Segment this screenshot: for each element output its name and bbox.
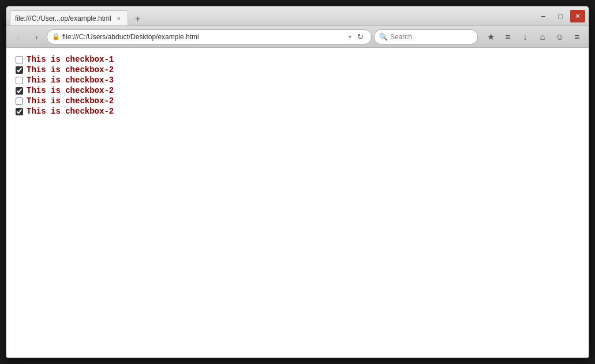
reader-mode-button[interactable]: ≡ — [500, 29, 516, 45]
checkbox-input-6[interactable] — [16, 108, 23, 115]
tab-label: file:///C:/User...op/example.html — [15, 14, 111, 22]
checkbox-input-3[interactable] — [16, 77, 23, 84]
checkbox-input-4[interactable] — [16, 87, 23, 95]
back-button[interactable]: ‹ — [10, 29, 26, 45]
maximize-button[interactable]: □ — [553, 10, 568, 22]
checkbox-item: This is checkbox-2 — [16, 96, 579, 106]
browser-window: file:///C:/User...op/example.html × + – … — [6, 6, 589, 358]
close-button[interactable]: ✕ — [570, 10, 585, 22]
lock-icon: 🔒 — [52, 33, 60, 40]
browser-tab[interactable]: file:///C:/User...op/example.html × — [10, 10, 128, 25]
search-icon: 🔍 — [379, 33, 388, 41]
page-content: This is checkbox-1This is checkbox-2This… — [6, 48, 589, 358]
checkbox-label-3: This is checkbox-3 — [27, 76, 114, 85]
checkbox-item: This is checkbox-2 — [16, 86, 579, 95]
checkbox-label-1: This is checkbox-1 — [27, 55, 114, 64]
nav-bar: ‹ › 🔒 ▾ ↻ 🔍 ★ ≡ ↓ ⌂ ☺ ≡ — [6, 26, 589, 48]
checkbox-label-4: This is checkbox-2 — [27, 86, 114, 95]
toolbar-icons: ★ ≡ ↓ ⌂ ☺ ≡ — [482, 29, 585, 45]
checkbox-input-5[interactable] — [16, 97, 23, 105]
checkbox-label-6: This is checkbox-2 — [27, 107, 114, 116]
checkbox-input-1[interactable] — [16, 56, 23, 63]
window-controls: – □ ✕ — [536, 10, 585, 22]
refresh-button[interactable]: ↻ — [354, 31, 366, 43]
tab-strip: file:///C:/User...op/example.html × + — [10, 6, 536, 25]
forward-button[interactable]: › — [28, 29, 44, 45]
title-bar: file:///C:/User...op/example.html × + – … — [6, 6, 589, 26]
checkbox-label-2: This is checkbox-2 — [27, 65, 114, 74]
search-bar[interactable]: 🔍 — [374, 29, 478, 44]
search-input[interactable] — [390, 33, 473, 41]
checkbox-item: This is checkbox-1 — [16, 55, 579, 64]
checkbox-item: This is checkbox-3 — [16, 76, 579, 85]
menu-button[interactable]: ≡ — [569, 29, 585, 45]
minimize-button[interactable]: – — [536, 10, 551, 22]
checkbox-label-5: This is checkbox-2 — [27, 96, 114, 106]
checkbox-item: This is checkbox-2 — [16, 107, 579, 116]
tab-close-button[interactable]: × — [115, 14, 123, 22]
bookmark-star-button[interactable]: ★ — [482, 29, 499, 45]
checkbox-item: This is checkbox-2 — [16, 65, 579, 74]
new-tab-button[interactable]: + — [130, 13, 145, 25]
address-input[interactable] — [62, 33, 346, 41]
avatar-button[interactable]: ☺ — [552, 29, 568, 45]
download-button[interactable]: ↓ — [517, 29, 533, 45]
checkbox-input-2[interactable] — [16, 66, 23, 74]
home-button[interactable]: ⌂ — [534, 29, 551, 45]
dropdown-arrow[interactable]: ▾ — [349, 33, 351, 40]
address-bar[interactable]: 🔒 ▾ ↻ — [47, 29, 372, 44]
